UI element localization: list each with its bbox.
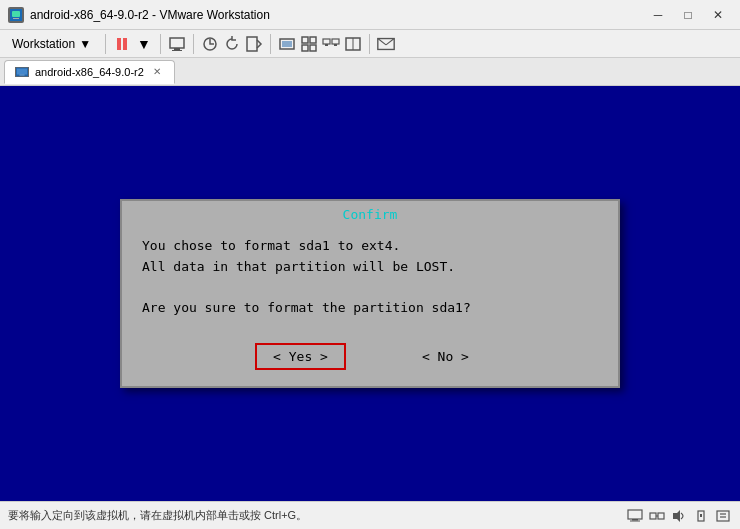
svg-rect-3 [117,38,121,50]
menu-separator-1 [105,34,106,54]
svg-rect-27 [19,74,24,75]
svg-rect-18 [325,44,328,46]
status-icon-network[interactable] [648,507,666,525]
title-bar: android-x86_64-9.0-r2 - VMware Workstati… [0,0,740,30]
svg-rect-31 [650,513,656,519]
svg-line-24 [386,38,394,44]
svg-rect-29 [632,519,638,521]
svg-rect-36 [700,514,702,517]
svg-rect-16 [323,39,330,44]
status-icon-display[interactable] [626,507,644,525]
window-controls: ─ □ ✕ [644,4,732,26]
svg-rect-7 [172,50,182,51]
status-icon-sound[interactable] [670,507,688,525]
svg-rect-13 [310,37,316,43]
menu-separator-2 [160,34,161,54]
svg-rect-1 [12,11,20,17]
status-icon-info[interactable] [714,507,732,525]
menu-separator-4 [270,34,271,54]
svg-rect-9 [247,37,257,51]
window-title: android-x86_64-9.0-r2 - VMware Workstati… [30,8,644,22]
toolbar-record-icon[interactable] [244,34,264,54]
toolbar-multi3-icon[interactable] [343,34,363,54]
status-icons [626,507,732,525]
toolbar-full-icon[interactable] [277,34,297,54]
status-message: 要将输入定向到该虚拟机，请在虚拟机内部单击或按 Ctrl+G。 [8,508,307,523]
dialog-line4: Are you sure to format the partition sda… [142,298,598,319]
toolbar-snapshot-icon[interactable] [200,34,220,54]
svg-line-23 [378,38,386,44]
svg-rect-11 [282,41,292,47]
svg-rect-14 [302,45,308,51]
svg-rect-28 [628,510,642,519]
toolbar-msg-icon[interactable] [376,34,396,54]
dialog-line3 [142,278,598,299]
tab-close-button[interactable]: ✕ [150,65,164,79]
app-icon [8,7,24,23]
dialog-buttons: < Yes > < No > [122,335,618,386]
workstation-label: Workstation [12,37,75,51]
svg-rect-6 [174,48,180,50]
svg-rect-12 [302,37,308,43]
maximize-button[interactable]: □ [674,4,702,26]
svg-rect-15 [310,45,316,51]
workstation-arrow: ▼ [79,37,91,51]
confirm-dialog: Confirm You chose to format sda1 to ext4… [120,199,620,388]
svg-rect-19 [334,44,337,46]
status-icon-usb[interactable] [692,507,710,525]
svg-rect-17 [332,39,339,44]
dialog-line1: You chose to format sda1 to ext4. [142,236,598,257]
vm-tab-label: android-x86_64-9.0-r2 [35,66,144,78]
app-window: android-x86_64-9.0-r2 - VMware Workstati… [0,0,740,529]
svg-rect-4 [123,38,127,50]
toolbar-multi2-icon[interactable] [321,34,341,54]
svg-marker-34 [673,510,680,522]
toolbar-dropdown-icon[interactable]: ▼ [134,34,154,54]
toolbar-revert-icon[interactable] [222,34,242,54]
tab-bar: android-x86_64-9.0-r2 ✕ [0,58,740,86]
workstation-menu[interactable]: Workstation ▼ [4,33,99,55]
minimize-button[interactable]: ─ [644,4,672,26]
svg-rect-30 [630,520,640,521]
svg-rect-37 [717,511,729,521]
yes-button[interactable]: < Yes > [255,343,346,370]
dialog-title: Confirm [122,201,618,224]
vm-tab[interactable]: android-x86_64-9.0-r2 ✕ [4,60,175,84]
svg-rect-2 [13,18,19,19]
svg-rect-32 [658,513,664,519]
close-button[interactable]: ✕ [704,4,732,26]
dialog-line2: All data in that partition will be LOST. [142,257,598,278]
svg-rect-5 [170,38,184,48]
vm-tab-icon [15,67,29,77]
toolbar-multi1-icon[interactable] [299,34,319,54]
vm-display-area[interactable]: Confirm You chose to format sda1 to ext4… [0,86,740,501]
svg-rect-26 [17,68,27,74]
menu-bar: Workstation ▼ ▼ [0,30,740,58]
dialog-content: You chose to format sda1 to ext4. All da… [122,224,618,335]
status-bar: 要将输入定向到该虚拟机，请在虚拟机内部单击或按 Ctrl+G。 [0,501,740,529]
menu-separator-3 [193,34,194,54]
no-button[interactable]: < No > [406,343,485,370]
toolbar-vm-icon[interactable] [167,34,187,54]
menu-separator-5 [369,34,370,54]
toolbar-suspend-icon[interactable] [112,34,132,54]
